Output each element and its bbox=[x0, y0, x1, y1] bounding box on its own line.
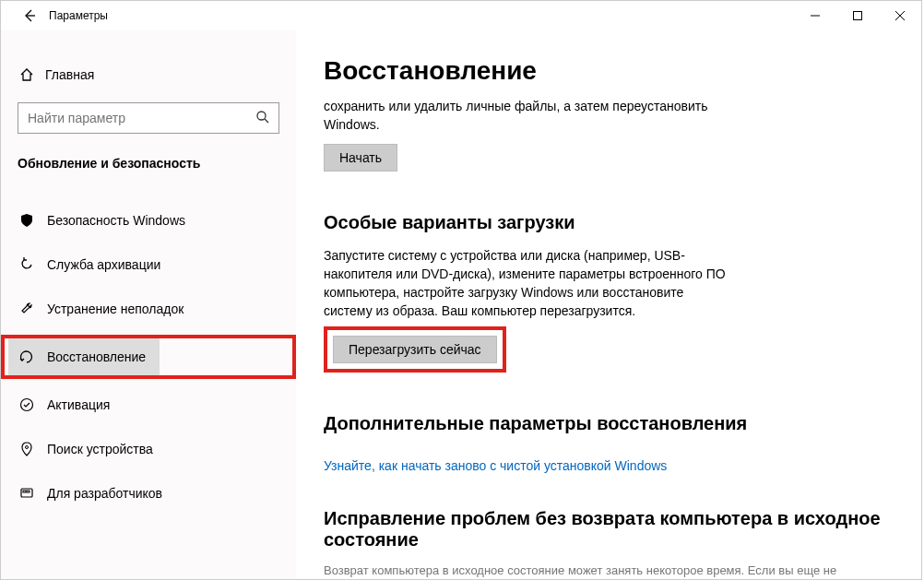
sidebar-item-label: Служба архивации bbox=[47, 257, 160, 272]
sidebar-item-security[interactable]: Безопасность Windows bbox=[1, 202, 296, 239]
check-circle-icon bbox=[19, 397, 47, 412]
sidebar: Главная Обновление и безопасность Безопа… bbox=[1, 30, 296, 579]
sidebar-item-label: Устранение неполадок bbox=[47, 302, 184, 316]
sidebar-item-recovery[interactable]: Восстановление bbox=[8, 338, 160, 375]
wrench-icon bbox=[19, 302, 47, 316]
location-icon bbox=[19, 442, 47, 456]
page-title: Восстановление bbox=[324, 56, 884, 86]
sidebar-item-label: Для разработчиков bbox=[47, 486, 162, 501]
maximize-icon bbox=[853, 11, 862, 20]
troubleshoot-heading: Исправление проблем без возврата компьют… bbox=[324, 508, 884, 550]
advanced-startup-description: Запустите систему с устройства или диска… bbox=[324, 246, 729, 321]
svg-rect-6 bbox=[27, 491, 30, 492]
home-label: Главная bbox=[45, 67, 94, 82]
search-input[interactable] bbox=[18, 102, 279, 134]
search-icon bbox=[255, 110, 270, 124]
content-area: Восстановление сохранить или удалить лич… bbox=[296, 30, 921, 579]
shield-icon bbox=[19, 213, 47, 228]
svg-rect-5 bbox=[23, 491, 26, 492]
more-recovery-heading: Дополнительные параметры восстановления bbox=[324, 413, 884, 434]
svg-point-3 bbox=[26, 446, 29, 449]
restart-now-button[interactable]: Перезагрузить сейчас bbox=[333, 336, 497, 363]
window-title: Параметры bbox=[49, 9, 108, 22]
advanced-startup-heading: Особые варианты загрузки bbox=[324, 212, 884, 233]
restart-now-highlight: Перезагрузить сейчас bbox=[324, 326, 506, 373]
sidebar-item-developers[interactable]: Для разработчиков bbox=[1, 475, 296, 512]
svg-point-1 bbox=[257, 112, 266, 120]
minimize-button[interactable] bbox=[794, 1, 836, 30]
maximize-button[interactable] bbox=[836, 1, 879, 30]
developer-icon bbox=[19, 486, 47, 501]
sidebar-item-activation[interactable]: Активация bbox=[1, 386, 296, 423]
sidebar-item-label: Активация bbox=[47, 397, 110, 412]
home-icon bbox=[19, 67, 45, 82]
sidebar-section-title: Обновление и безопасность bbox=[1, 156, 296, 171]
troubleshoot-text: Возврат компьютера в исходное состояние … bbox=[324, 563, 884, 577]
sidebar-item-recovery-highlight: Восстановление bbox=[1, 335, 296, 379]
reset-description: сохранить или удалить личные файлы, а за… bbox=[324, 97, 729, 135]
close-button[interactable] bbox=[879, 1, 921, 30]
sidebar-item-label: Поиск устройства bbox=[47, 442, 153, 456]
fresh-start-link[interactable]: Узнайте, как начать заново с чистой уста… bbox=[324, 458, 667, 473]
sidebar-item-find-device[interactable]: Поиск устройства bbox=[1, 431, 296, 468]
back-arrow-icon bbox=[22, 8, 37, 23]
back-button[interactable] bbox=[16, 8, 43, 23]
home-button[interactable]: Главная bbox=[1, 56, 296, 93]
minimize-icon bbox=[811, 11, 820, 20]
sidebar-item-label: Безопасность Windows bbox=[47, 213, 185, 228]
reset-start-button[interactable]: Начать bbox=[324, 144, 397, 172]
sidebar-item-backup[interactable]: Служба архивации bbox=[1, 246, 296, 283]
svg-point-2 bbox=[21, 399, 33, 411]
sidebar-item-troubleshoot[interactable]: Устранение неполадок bbox=[1, 290, 296, 327]
recovery-icon bbox=[19, 349, 47, 364]
backup-icon bbox=[19, 257, 47, 272]
close-icon bbox=[895, 11, 905, 20]
svg-rect-0 bbox=[854, 12, 862, 20]
sidebar-item-label: Восстановление bbox=[47, 349, 146, 364]
titlebar: Параметры bbox=[1, 1, 921, 30]
